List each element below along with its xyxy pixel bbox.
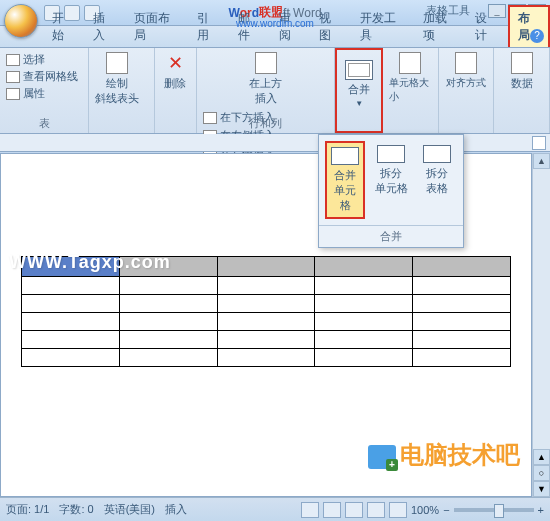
cursor-icon	[6, 54, 20, 66]
delete-button[interactable]: ✕ 删除	[161, 52, 190, 91]
properties-icon	[6, 88, 20, 100]
cell-size-button[interactable]: 单元格大小	[389, 52, 432, 104]
group-delete: ✕ 删除	[155, 48, 197, 133]
tab-insert[interactable]: 插入	[85, 7, 123, 47]
draw-diagonal-button[interactable]: 绘制 斜线表头	[95, 52, 139, 106]
tab-addins[interactable]: 加载项	[415, 7, 464, 47]
align-icon	[455, 52, 477, 74]
group-label-table: 表	[0, 116, 88, 131]
scroll-up-icon[interactable]: ▲	[533, 153, 550, 169]
insert-above-icon	[255, 52, 277, 74]
table-row	[22, 331, 511, 349]
ribbon: 选择 查看网格线 属性 表 绘制 斜线表头 ✕ 删除 在上方 插入 在下方插入 …	[0, 48, 550, 134]
cell-size-icon	[399, 52, 421, 74]
merge-dropdown-button[interactable]: 合并 ▼	[343, 60, 375, 108]
full-screen-view-button[interactable]	[323, 502, 341, 518]
select-browse-icon[interactable]: ○	[533, 465, 550, 481]
web-layout-view-button[interactable]	[345, 502, 363, 518]
group-alignment: 对齐方式	[439, 48, 495, 133]
split-table-icon	[423, 145, 451, 163]
status-words[interactable]: 字数: 0	[59, 502, 93, 517]
dropdown-group-label: 合并	[319, 225, 463, 247]
tab-developer[interactable]: 开发工具	[352, 7, 412, 47]
table-row	[22, 277, 511, 295]
help-icon[interactable]: ?	[530, 29, 544, 43]
ruler	[0, 134, 550, 152]
tab-layout[interactable]: 布局	[508, 5, 550, 47]
office-button[interactable]	[4, 4, 38, 38]
group-label-rows-cols: 行和列	[197, 116, 335, 131]
outline-view-button[interactable]	[367, 502, 385, 518]
tab-design[interactable]: 设计	[467, 7, 505, 47]
group-merge: 合并 ▼	[335, 48, 383, 133]
ribbon-tabs: 开始 插入 页面布局 引用 邮件 审阅 视图 开发工具 加载项 设计 布局 ?	[0, 26, 550, 48]
vertical-scrollbar[interactable]: ▲ ▲ ○ ▼	[532, 153, 550, 497]
zoom-slider[interactable]	[454, 508, 534, 512]
merge-cells-icon	[331, 147, 359, 165]
tab-references[interactable]: 引用	[189, 7, 227, 47]
zoom-in-button[interactable]: +	[538, 504, 544, 516]
group-draw: 绘制 斜线表头	[89, 48, 155, 133]
insert-above-button[interactable]: 在上方 插入	[249, 52, 282, 106]
table-row	[22, 295, 511, 313]
tab-home[interactable]: 开始	[44, 7, 82, 47]
table-row	[22, 313, 511, 331]
merge-icon	[345, 60, 373, 80]
status-mode[interactable]: 插入	[165, 502, 187, 517]
next-page-icon[interactable]: ▼	[533, 481, 550, 497]
zoom-out-button[interactable]: −	[443, 504, 449, 516]
tab-view[interactable]: 视图	[311, 7, 349, 47]
select-button[interactable]: 选择	[6, 52, 82, 67]
grid-icon	[6, 71, 20, 83]
view-gridlines-button[interactable]: 查看网格线	[6, 69, 82, 84]
split-table-item[interactable]: 拆分 表格	[417, 141, 457, 219]
table-row	[22, 349, 511, 367]
watermark-brand: 电脑技术吧	[368, 439, 520, 471]
print-layout-view-button[interactable]	[301, 502, 319, 518]
delete-x-icon: ✕	[164, 52, 186, 74]
data-icon	[511, 52, 533, 74]
status-page[interactable]: 页面: 1/1	[6, 502, 49, 517]
ruler-toggle-button[interactable]	[532, 136, 546, 150]
merge-cells-item[interactable]: 合并 单元格	[325, 141, 365, 219]
monitor-plus-icon	[368, 445, 396, 469]
watermark-tagxp: WWW.Tagxp.com	[9, 252, 171, 273]
group-rows-columns: 在上方 插入 在下方插入 在左侧插入 在右侧插入 行和列	[197, 48, 336, 133]
draft-view-button[interactable]	[389, 502, 407, 518]
group-cell-size: 单元格大小	[383, 48, 439, 133]
split-cells-item[interactable]: 拆分 单元格	[371, 141, 411, 219]
merge-dropdown-menu: 合并 单元格 拆分 单元格 拆分 表格 合并	[318, 134, 464, 248]
chevron-down-icon: ▼	[355, 99, 363, 108]
zoom-level[interactable]: 100%	[411, 504, 439, 516]
tab-page-layout[interactable]: 页面布局	[126, 7, 186, 47]
split-cells-icon	[377, 145, 405, 163]
prev-page-icon[interactable]: ▲	[533, 449, 550, 465]
group-data: 数据	[494, 48, 550, 133]
data-button[interactable]: 数据	[500, 52, 543, 91]
table-icon	[106, 52, 128, 74]
group-table: 选择 查看网格线 属性 表	[0, 48, 89, 133]
alignment-button[interactable]: 对齐方式	[445, 52, 488, 90]
watermark-url: www.wordlm.com	[236, 18, 314, 29]
properties-button[interactable]: 属性	[6, 86, 82, 101]
status-bar: 页面: 1/1 字数: 0 英语(美国) 插入 100% − +	[0, 497, 550, 521]
status-language[interactable]: 英语(美国)	[104, 502, 155, 517]
